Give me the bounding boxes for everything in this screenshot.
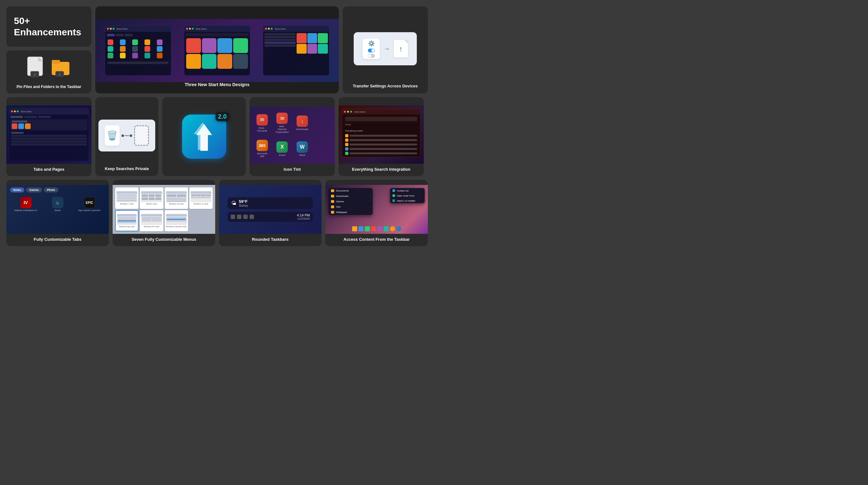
game-icon-1: IV — [20, 197, 32, 208]
app-15 — [157, 53, 162, 58]
game-name-1: Galactic Civilizations IV — [14, 209, 37, 211]
pin-files-label: Pin Files and Folders to the Taskbar — [17, 85, 81, 89]
menu-style-7: ✓ Windows Launcher style — [165, 210, 188, 232]
app-12 — [120, 53, 126, 58]
steam-icon: ♨ — [56, 200, 60, 205]
tab-3 — [125, 34, 132, 36]
upload-doc: ↑ — [394, 40, 408, 57]
m7-r1 — [166, 217, 186, 218]
result-text-4 — [350, 148, 417, 150]
fifty-plus-card: 50+ Enhancements — [6, 6, 92, 47]
search-window: Brad Sams Setup Everything results — [342, 109, 421, 157]
icon-tint-label: Icon Tint — [280, 164, 305, 172]
menus-screenshot: Windows 7 style Moder — [113, 185, 215, 234]
ctx-sub-label-3: Start11 v2 Installer — [397, 200, 415, 202]
item — [117, 198, 136, 200]
window-body-1 — [105, 32, 171, 66]
row-2: Brad Sams — [6, 97, 428, 176]
m5-r1 — [118, 217, 136, 218]
ctx-sub-3: Start11 v2 Installer — [390, 198, 425, 203]
access-content-card: Documents Downloads › Games › Gifs — [325, 180, 428, 246]
tabs-pages-label: Tabs and Pages — [30, 164, 68, 172]
icon-img-5: X — [276, 141, 288, 153]
m4-grid — [191, 194, 211, 196]
tw-max — [17, 111, 19, 112]
tb-icon-7 — [390, 226, 395, 231]
m6-r5 — [152, 219, 161, 220]
m4-2 — [196, 194, 201, 196]
m4-3 — [201, 194, 206, 196]
app-grid-2 — [186, 37, 249, 69]
prod-2 — [18, 123, 24, 129]
menu-thumb-header-7 — [166, 214, 187, 216]
pin-files-card: ↓ ↓ Pin Files and Folders to the Taskbar — [6, 51, 92, 93]
app-row-1 — [11, 135, 87, 137]
app-3 — [132, 39, 138, 45]
file-icon-sub-2 — [393, 194, 395, 197]
tw-title: Brad Sams — [21, 111, 32, 113]
menu-thumb-header-3 — [166, 191, 187, 194]
close-dot-3 — [265, 28, 267, 30]
start-menu-window-1: Brad Sams — [105, 25, 171, 76]
window-title-2: Brad Sams — [196, 28, 207, 30]
tab-photo: Photo — [44, 187, 58, 192]
app-9 — [145, 46, 150, 52]
icon-label-6: Word — [299, 154, 305, 156]
ctx-sub-2: Sales Order Form — [390, 193, 425, 198]
transfer-settings-card: ⚙️ → — [343, 6, 428, 93]
icon-img-1: ✉ — [256, 114, 268, 126]
tab-1 — [107, 34, 115, 36]
rounded-taskbars-label: Rounded Taskbars — [248, 234, 292, 242]
app-row-4 — [11, 143, 87, 146]
m2-4 — [142, 198, 148, 200]
icon-img-2: ✉ — [276, 113, 288, 124]
columns-3 — [265, 33, 328, 54]
app-row-3 — [11, 141, 87, 143]
keep-private-card: 🗑️ Keep Searches Private — [95, 97, 158, 176]
ctx-item-2: Downloads › — [329, 193, 373, 199]
menu-thumb-inner-2 — [141, 191, 162, 202]
tb-icon-1 — [352, 226, 357, 231]
toggle-thumb-off — [368, 54, 371, 57]
conn-line — [125, 135, 129, 136]
svg-marker-9 — [194, 122, 211, 150]
icon-label-4: Microsoft 365 — [255, 152, 269, 158]
m6-cols — [142, 217, 161, 221]
folder-icon-3 — [331, 200, 334, 203]
tb-icon-8 — [396, 226, 401, 231]
m4-1 — [191, 194, 196, 196]
toggle-thumb-on — [371, 49, 374, 52]
s-min — [347, 111, 349, 113]
folder-icon-4 — [331, 205, 334, 208]
start-menu-window-2: Brad Sams — [184, 25, 250, 76]
icon-label-1: Brad - Personal — [255, 126, 269, 132]
tb-icon-2 — [359, 226, 364, 231]
menu-thumb-inner-3 — [166, 191, 187, 202]
m3-2 — [177, 194, 186, 197]
file-icon: ↓ — [26, 56, 47, 81]
game-label-1: IV — [24, 200, 28, 205]
file-dot-1 — [345, 147, 348, 151]
menu-label-6: Windows Pro style — [144, 225, 159, 228]
m2-6 — [155, 198, 161, 200]
search-2 — [186, 33, 249, 36]
ctx-arrow-2: › — [370, 195, 370, 197]
app-a8 — [233, 54, 248, 69]
menu-style-3: Windows 10 style — [165, 187, 188, 209]
search-input-row — [343, 116, 419, 122]
max-dot — [113, 28, 115, 30]
file-icon-container: ↓ — [26, 56, 47, 81]
start-menu-screenshots: Brad Sams — [95, 19, 339, 82]
menu-label-2: Modern style — [146, 203, 157, 205]
private-icon-box: 🗑️ — [98, 120, 155, 151]
menu-item-4 — [265, 42, 296, 44]
result-text-5 — [350, 152, 417, 154]
file-dot-2 — [345, 152, 348, 155]
app-r5 — [307, 44, 317, 54]
weather-widget: 🌤 59°F Sunny — [227, 197, 313, 209]
prod-3 — [25, 123, 31, 129]
item — [117, 200, 136, 201]
icon-spacer-2 — [314, 138, 319, 160]
min-dot-2 — [189, 28, 191, 30]
svg-text:↓: ↓ — [59, 72, 61, 76]
